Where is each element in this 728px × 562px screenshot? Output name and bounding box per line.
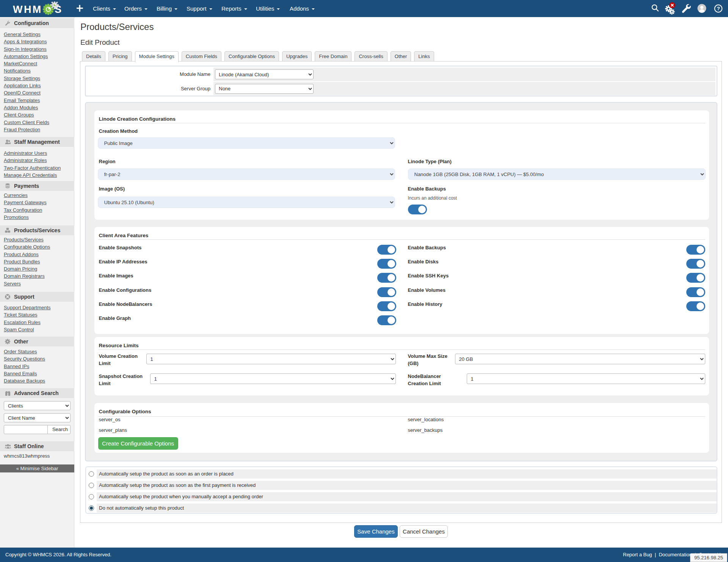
svg-text:?: ? <box>717 6 720 11</box>
svg-text:WHM: WHM <box>13 4 42 15</box>
